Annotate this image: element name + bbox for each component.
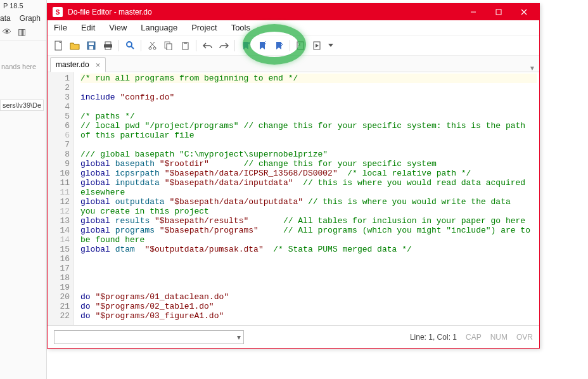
menu-project[interactable]: Project	[191, 23, 217, 32]
menu-view[interactable]: View	[109, 23, 127, 32]
open-file-icon[interactable]	[68, 39, 82, 53]
print-icon[interactable]	[101, 39, 115, 53]
svg-point-14	[153, 47, 156, 49]
code-line[interactable]: global dtam "$outputdata/pumsak.dta" /* …	[80, 245, 537, 254]
line-number: 2	[48, 83, 70, 93]
execute-do-icon[interactable]	[310, 39, 324, 53]
tab-overflow-dropdown[interactable]: ▼	[529, 65, 535, 72]
code-line[interactable]	[80, 102, 537, 112]
line-number: 10	[48, 169, 70, 178]
maximize-button[interactable]	[486, 4, 511, 20]
tab-close-icon[interactable]: ×	[96, 60, 101, 70]
bg-tab-data[interactable]: ata	[0, 14, 11, 23]
line-number: 14	[48, 235, 70, 245]
code-line[interactable]	[80, 273, 537, 283]
background-app: P 18.5 ata Graph 👁 ▥ nands here	[0, 0, 47, 379]
line-number: 5	[48, 112, 70, 121]
menu-language[interactable]: Language	[141, 23, 177, 32]
code-line[interactable]: of this particular file	[80, 131, 537, 140]
svg-marker-25	[316, 44, 319, 48]
code-line[interactable]: do "$programs/02_table1.do"	[80, 302, 537, 311]
new-file-icon[interactable]	[51, 39, 65, 53]
menu-edit[interactable]: Edit	[81, 23, 95, 32]
bg-tabs: ata Graph	[0, 11, 46, 23]
svg-rect-1	[496, 10, 501, 15]
code-content[interactable]: /* run all programs from beginning to en…	[74, 72, 539, 325]
code-line[interactable]: global basepath "$rootdir" // change thi…	[80, 159, 537, 169]
save-icon[interactable]	[84, 39, 98, 53]
code-line[interactable]: global outputdata "$basepath/data/output…	[80, 197, 537, 207]
code-line[interactable]	[80, 83, 537, 93]
toolbar-separator	[118, 40, 119, 51]
svg-rect-18	[167, 44, 172, 50]
status-ovr: OVR	[516, 333, 533, 342]
menu-file[interactable]: File	[54, 23, 67, 32]
toolbar-separator	[290, 40, 290, 51]
copy-icon[interactable]	[162, 39, 176, 53]
cut-icon[interactable]	[145, 39, 159, 53]
svg-rect-8	[105, 42, 111, 44]
tab-master-do[interactable]: master.do ×	[50, 57, 106, 72]
close-button[interactable]	[511, 4, 537, 20]
tab-label: master.do	[56, 60, 89, 69]
menubar: File Edit View Language Project Tools	[48, 20, 539, 35]
code-line[interactable]: // local pwd "/project/programs" // chan…	[80, 121, 537, 131]
status-num: NUM	[490, 333, 508, 342]
status-cap: CAP	[466, 333, 482, 342]
code-line[interactable]: global inputdata "$basepath/data/inputda…	[80, 178, 537, 188]
toolbar-separator	[234, 40, 235, 51]
line-number: 6	[48, 131, 70, 140]
menu-tools[interactable]: Tools	[231, 23, 250, 32]
execute-dropdown-icon[interactable]	[327, 39, 335, 53]
code-line[interactable]: elsewhere	[80, 188, 537, 197]
toolbar-separator	[196, 40, 196, 51]
eye-icon[interactable]: 👁	[3, 27, 11, 37]
line-number-gutter: 1234566789101111121213141415161718192021…	[48, 72, 74, 325]
status-combo[interactable]: ▾	[54, 330, 244, 344]
line-number: 22	[48, 311, 70, 321]
line-number: 11	[48, 188, 70, 197]
line-number: 14	[48, 226, 70, 235]
minimize-button[interactable]	[461, 4, 486, 20]
svg-point-13	[149, 47, 151, 49]
bg-tab-graph[interactable]: Graph	[20, 14, 41, 23]
bg-path-fragment: sers\lv39\De	[0, 100, 44, 111]
line-number: 4	[48, 102, 70, 112]
chart-icon[interactable]: ▥	[18, 27, 26, 37]
code-line[interactable]	[80, 254, 537, 264]
code-line[interactable]: /// global basepath "C:\myproject\supern…	[80, 150, 537, 159]
run-selection-icon[interactable]	[294, 39, 308, 53]
code-line[interactable]: global programs "$basepath/programs" // …	[80, 226, 537, 235]
code-line[interactable]	[80, 140, 537, 150]
paste-icon[interactable]	[178, 39, 192, 53]
code-line[interactable]: include "config.do"	[80, 93, 537, 102]
titlebar[interactable]: S Do-file Editor - master.do	[48, 4, 539, 20]
code-line[interactable]: do "$programs/03_figureA1.do"	[80, 311, 537, 321]
line-number: 3	[48, 93, 70, 102]
line-number: 21	[48, 302, 70, 311]
code-editor[interactable]: 1234566789101111121213141415161718192021…	[48, 72, 539, 325]
svg-point-11	[127, 42, 132, 47]
line-number: 9	[48, 159, 70, 169]
line-number: 18	[48, 273, 70, 283]
line-number: 6	[48, 121, 70, 131]
dofile-editor-window: S Do-file Editor - master.do File Edit V…	[47, 3, 540, 349]
redo-icon[interactable]	[217, 39, 231, 53]
code-line[interactable]: /* run all programs from beginning to en…	[80, 74, 537, 83]
search-icon[interactable]	[123, 39, 137, 53]
code-line[interactable]: you create in this project	[80, 207, 537, 216]
code-line[interactable]	[80, 283, 537, 292]
bookmark-next-icon[interactable]	[272, 39, 286, 53]
code-line[interactable]: global results "$basepath/results" // Al…	[80, 216, 537, 226]
bg-toolbar: 👁 ▥	[0, 23, 46, 41]
code-line[interactable]: global icpsrpath "$basepath/data/ICPSR_1…	[80, 169, 537, 178]
bg-app-title: P 18.5	[0, 0, 46, 11]
undo-icon[interactable]	[200, 39, 214, 53]
line-number: 20	[48, 292, 70, 302]
bookmark-prev-icon[interactable]	[255, 39, 269, 53]
code-line[interactable]: /* paths */	[80, 112, 537, 121]
bookmark-toggle-icon[interactable]	[239, 39, 253, 53]
code-line[interactable]	[80, 264, 537, 273]
code-line[interactable]: do "$programs/01_dataclean.do"	[80, 292, 537, 302]
code-line[interactable]: be found here	[80, 235, 537, 245]
